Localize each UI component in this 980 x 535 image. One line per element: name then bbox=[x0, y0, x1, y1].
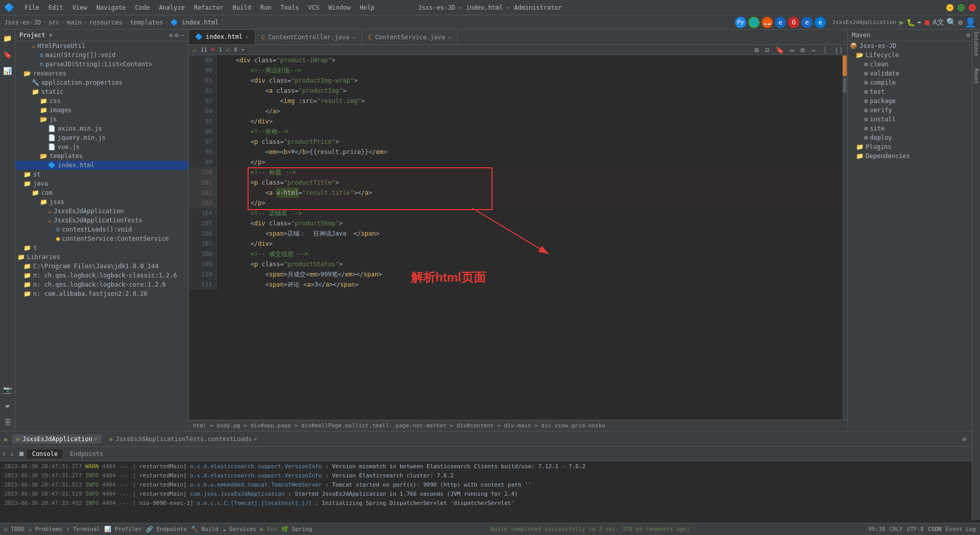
tree-item-t[interactable]: 📁 t bbox=[15, 243, 188, 252]
breadcrumb-templates[interactable]: templates bbox=[130, 19, 163, 26]
editor-scroll[interactable]: 89 90 91 92 93 94 95 96 97 98 99 100 bbox=[189, 55, 842, 420]
tab-endpoints[interactable]: Endpoints bbox=[65, 449, 108, 458]
tree-item-fastjson[interactable]: 📁 n: com.alibaba.fastjson2:2.0.26 bbox=[15, 289, 188, 298]
menu-refactor[interactable]: Refactor bbox=[190, 3, 228, 12]
spring-icon[interactable]: 🌿 Spring bbox=[281, 526, 312, 532]
tree-item-css[interactable]: 📁 css bbox=[15, 96, 188, 106]
tree-item-static[interactable]: 📁 static bbox=[15, 87, 188, 96]
tree-item-libraries[interactable]: 📁 Libraries bbox=[15, 252, 188, 262]
breadcrumb-src[interactable]: src bbox=[48, 19, 60, 26]
close-button[interactable]: ✕ bbox=[969, 4, 976, 11]
maven-project[interactable]: 📦 Jsxs-es-JD bbox=[848, 41, 980, 50]
tree-item-vue[interactable]: 📄 vue.js bbox=[15, 142, 188, 151]
tab-indexhtml[interactable]: 🔷 index.html ✕ bbox=[189, 30, 255, 44]
breadcrumb-main[interactable]: main bbox=[67, 19, 82, 26]
editor-layout-icon[interactable]: ⊡ bbox=[765, 46, 769, 54]
tree-item-resources[interactable]: 📂 resources bbox=[15, 69, 188, 78]
maven-lifecycle[interactable]: 📂 Lifecycle bbox=[848, 50, 980, 60]
minimize-button[interactable]: — bbox=[946, 4, 953, 11]
tree-item-jsxs[interactable]: 📁 jsxs bbox=[15, 197, 188, 207]
menu-tools[interactable]: Tools bbox=[277, 3, 303, 12]
tree-item-templates[interactable]: 📂 templates bbox=[15, 151, 188, 161]
translate-icon[interactable]: A文 bbox=[933, 18, 944, 27]
tree-item-htmlparseutil[interactable]: ☕ HtmlParseUtil bbox=[15, 41, 188, 50]
maven-verify[interactable]: ⚙ verify bbox=[848, 106, 980, 115]
tab-contentcontroller[interactable]: C ContentController.java ✕ bbox=[255, 30, 362, 44]
opera-icon[interactable]: O bbox=[788, 17, 799, 28]
arrow-right-icon[interactable]: → bbox=[811, 46, 815, 54]
debug-button[interactable]: 🐛 bbox=[906, 18, 915, 27]
menu-edit[interactable]: Edit bbox=[44, 3, 67, 12]
maven-clean[interactable]: ⚙ clean bbox=[848, 60, 980, 69]
user-icon[interactable]: 👤 bbox=[965, 17, 976, 28]
run-button[interactable]: ▶ bbox=[899, 17, 904, 27]
menu-view[interactable]: View bbox=[68, 3, 91, 12]
sidebar-close-icon[interactable]: — bbox=[181, 32, 184, 39]
run-tab-tests-close[interactable]: ✕ bbox=[254, 436, 257, 442]
search-button[interactable]: 🔍 bbox=[946, 17, 957, 27]
endpoints-icon[interactable]: 🔗 Endpoints bbox=[146, 526, 187, 532]
edge-icon[interactable]: e bbox=[815, 17, 826, 28]
tree-item-appprops[interactable]: 🔧 application.properties bbox=[15, 78, 188, 87]
breadcrumb-project[interactable]: Jsxs-es-JD bbox=[4, 19, 41, 26]
m-icon[interactable]: m bbox=[800, 46, 804, 54]
menu-build[interactable]: Build bbox=[229, 3, 255, 12]
terminal-icon[interactable]: ⚡ Terminal bbox=[66, 526, 100, 532]
tree-item-app[interactable]: ☕ JsxsEsJdApplication bbox=[15, 207, 188, 216]
firefox-icon[interactable]: 🦊 bbox=[762, 17, 773, 28]
event-log[interactable]: Event Log bbox=[945, 526, 976, 532]
tab-contentcontroller-close[interactable]: ✕ bbox=[352, 35, 355, 40]
coverage-button[interactable]: ☂ bbox=[917, 18, 921, 27]
tab-contentservice[interactable]: C ContentService.java ✕ bbox=[362, 30, 458, 44]
sidebar-expand-icon[interactable]: ≡ bbox=[169, 32, 173, 39]
tree-item-logback-classic[interactable]: 📁 n: ch.qos.logback:logback-classic:1.2.… bbox=[15, 271, 188, 280]
maven-compile[interactable]: ⚙ compile bbox=[848, 78, 980, 87]
problems-icon[interactable]: ⚠ Problems bbox=[29, 526, 62, 532]
maven-settings-icon[interactable]: ⚙ bbox=[967, 32, 970, 39]
maven-strip-icon[interactable]: Maven bbox=[973, 68, 979, 84]
build-icon[interactable]: 🔨 Build bbox=[191, 526, 218, 532]
maven-install[interactable]: ⚙ install bbox=[848, 115, 980, 124]
code-content[interactable]: <div class="product-iWrap"> <!--商品封面--> … bbox=[217, 55, 842, 290]
bookmark2-icon[interactable]: 🔖 bbox=[775, 46, 784, 54]
tree-item-parsejd[interactable]: m parseJD(String):List<Content> bbox=[15, 60, 188, 69]
project-icon[interactable]: 📁 bbox=[1, 32, 14, 45]
tree-item-java[interactable]: 📁 java bbox=[15, 179, 188, 188]
tree-item-apptests[interactable]: ☕ JsxsEsJdApplicationTests bbox=[15, 216, 188, 225]
tree-item-contextloads[interactable]: m contextLoads():void bbox=[15, 225, 188, 234]
tree-item-axios[interactable]: 📄 axios.min.js bbox=[15, 124, 188, 133]
tree-item-jdk[interactable]: 📁 C:\Program Files\Java\jdk1.8.0_144 bbox=[15, 262, 188, 271]
ie-icon[interactable]: e bbox=[775, 17, 786, 28]
tree-item-main[interactable]: m main(String[]):void bbox=[15, 50, 188, 60]
run-icon2[interactable]: ▶ Run bbox=[260, 526, 277, 532]
pycharm-icon[interactable]: Py bbox=[735, 17, 746, 28]
menu-help[interactable]: Help bbox=[356, 3, 379, 12]
run-tab-app[interactable]: ▶ JsxsEsJdApplication ✕ bbox=[12, 435, 102, 444]
stop-button[interactable]: ⏹ bbox=[923, 18, 930, 27]
align-icon[interactable]: ⋮ bbox=[821, 46, 828, 54]
services-icon[interactable]: ☁ Services bbox=[223, 526, 256, 532]
maven-package[interactable]: ⚙ package bbox=[848, 96, 980, 106]
tree-item-jquery[interactable]: 📄 jquery.min.js bbox=[15, 133, 188, 142]
profiler-icon[interactable]: 📊 Profiler bbox=[104, 526, 142, 532]
camera-icon[interactable]: 📷 bbox=[1, 383, 14, 396]
breadcrumb-file[interactable]: 🔷 index.html bbox=[170, 19, 218, 26]
tree-item-indexhtml[interactable]: 🔷 index.html bbox=[15, 161, 188, 170]
outdent-icon[interactable]: ↔ bbox=[790, 46, 794, 54]
maven-plugins[interactable]: 📁 Plugins bbox=[848, 142, 980, 151]
menu-code[interactable]: Code bbox=[131, 3, 154, 12]
menu-run[interactable]: Run bbox=[256, 3, 276, 12]
console-area[interactable]: 2023-06-30 20:47:31.277 WARN 4404 --- [ … bbox=[0, 461, 980, 523]
chrome-icon[interactable]: 🌐 bbox=[748, 17, 760, 28]
tab-console[interactable]: Console bbox=[27, 449, 63, 458]
menu-analyze[interactable]: Analyze bbox=[155, 3, 189, 12]
sidebar-settings-icon[interactable]: ⚙ bbox=[175, 32, 179, 39]
menu-file[interactable]: File bbox=[20, 3, 43, 12]
maven-site[interactable]: ⚙ site bbox=[848, 124, 980, 133]
maven-dependencies[interactable]: 📁 Dependencies bbox=[848, 151, 980, 161]
tree-item-st[interactable]: 📁 st bbox=[15, 170, 188, 179]
todo-icon[interactable]: ☑ TODO bbox=[4, 526, 24, 532]
menu-window[interactable]: Window bbox=[324, 3, 354, 12]
tree-item-js[interactable]: 📂 js bbox=[15, 115, 188, 124]
expand-icon2[interactable]: ⟨⟩ bbox=[835, 46, 843, 54]
